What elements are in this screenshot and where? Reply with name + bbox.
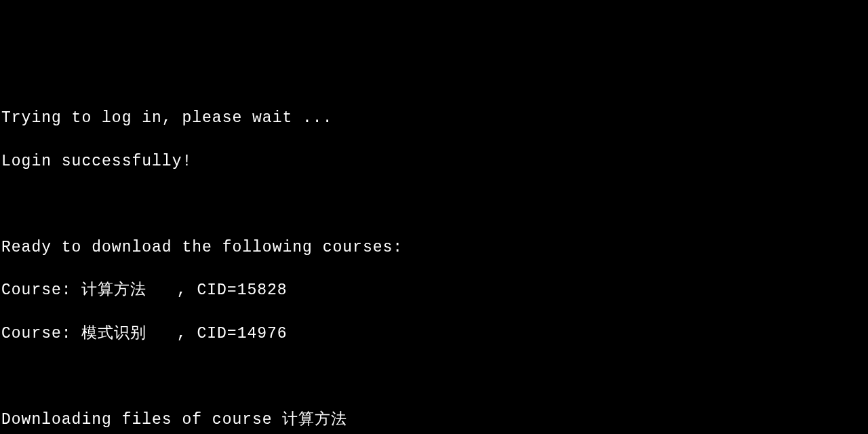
blank-line — [1, 194, 868, 216]
terminal-output: Trying to log in, please wait ... Login … — [1, 86, 868, 434]
login-attempt-line: Trying to log in, please wait ... — [1, 108, 868, 130]
blank-line — [1, 367, 868, 389]
courses-header: Ready to download the following courses: — [1, 237, 868, 259]
course-line: Course: 计算方法 , CID=15828 — [1, 280, 868, 302]
login-success-line: Login successfully! — [1, 151, 868, 173]
downloading-header: Downloading files of course 计算方法 — [1, 410, 868, 431]
course-line: Course: 模式识别 , CID=14976 — [1, 323, 868, 345]
